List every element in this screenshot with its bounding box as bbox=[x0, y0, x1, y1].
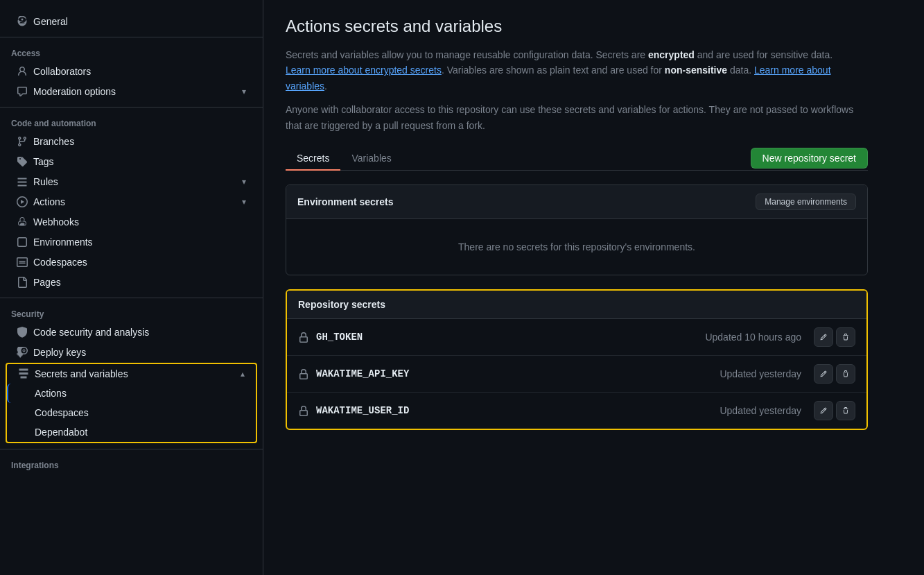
sidebar-item-code-security-label: Code security and analysis bbox=[33, 327, 246, 338]
secret-row-wakatime-user-id: WAKATIME_USER_ID Updated yesterday bbox=[287, 393, 866, 429]
sidebar-subitem-dependabot-label: Dependabot bbox=[35, 427, 245, 438]
sidebar-item-rules[interactable]: Rules ▾ bbox=[6, 172, 257, 191]
new-repository-secret-button[interactable]: New repository secret bbox=[751, 148, 868, 169]
env-secrets-empty: There are no secrets for this repository… bbox=[286, 219, 867, 275]
sidebar-item-webhooks[interactable]: Webhooks bbox=[6, 212, 257, 232]
main-content: Actions secrets and variables Secrets an… bbox=[263, 0, 924, 575]
secret-updated-wakatime-user-id: Updated yesterday bbox=[720, 405, 801, 416]
sidebar-item-tags-label: Tags bbox=[33, 156, 246, 167]
secret-actions-wakatime-user-id bbox=[814, 401, 855, 420]
sidebar-section-code-automation: Code and automation bbox=[0, 113, 263, 131]
repository-secrets-section: Repository secrets GH_TOKEN Updated 10 h… bbox=[286, 289, 868, 430]
tag-icon bbox=[17, 156, 28, 167]
sidebar-item-deploy-keys-label: Deploy keys bbox=[33, 347, 246, 358]
environments-icon bbox=[17, 237, 28, 248]
sidebar-item-branches-label: Branches bbox=[33, 136, 246, 147]
secret-actions-gh-token bbox=[814, 327, 855, 347]
secret-name-gh-token: GH_TOKEN bbox=[316, 332, 698, 343]
chevron-up-icon: ▴ bbox=[241, 369, 245, 379]
lock-icon-wakatime-api-key bbox=[298, 368, 309, 379]
secret-actions-wakatime-api-key bbox=[814, 364, 855, 384]
key-icon bbox=[17, 347, 28, 358]
delete-gh-token-button[interactable] bbox=[836, 327, 855, 347]
sidebar-item-branches[interactable]: Branches bbox=[6, 132, 257, 151]
comment-icon bbox=[17, 86, 28, 97]
edit-wakatime-api-key-button[interactable] bbox=[814, 364, 833, 384]
tabs-list: Secrets Variables bbox=[286, 147, 403, 170]
secret-row-wakatime-api-key: WAKATIME_API_KEY Updated yesterday bbox=[287, 356, 866, 393]
learn-more-secrets-link[interactable]: Learn more about encrypted secrets bbox=[286, 65, 442, 76]
description-paragraph-2: Anyone with collaborator access to this … bbox=[286, 102, 854, 133]
sidebar-item-actions-label: Actions bbox=[33, 196, 236, 207]
delete-wakatime-user-id-button[interactable] bbox=[836, 401, 855, 420]
sidebar-subitem-codespaces-label: Codespaces bbox=[35, 407, 245, 418]
env-secrets-title: Environment secrets bbox=[297, 196, 394, 207]
sidebar-item-collaborators-label: Collaborators bbox=[33, 66, 246, 77]
sidebar-item-tags[interactable]: Tags bbox=[6, 152, 257, 171]
webhook-icon bbox=[17, 216, 28, 228]
sidebar-item-secrets-vars-label: Secrets and variables bbox=[35, 368, 235, 379]
sidebar-section-integrations: Integrations bbox=[0, 455, 263, 473]
rules-icon bbox=[17, 176, 28, 187]
sidebar-item-rules-label: Rules bbox=[33, 176, 236, 187]
actions-icon bbox=[17, 196, 28, 207]
secret-name-wakatime-user-id: WAKATIME_USER_ID bbox=[316, 405, 713, 416]
repo-secrets-header: Repository secrets bbox=[287, 291, 866, 319]
sidebar-item-deploy-keys[interactable]: Deploy keys bbox=[6, 343, 257, 362]
secret-row-gh-token: GH_TOKEN Updated 10 hours ago bbox=[287, 319, 866, 356]
sidebar-section-access: Access bbox=[0, 43, 263, 61]
environment-secrets-header: Environment secrets Manage environments bbox=[286, 185, 867, 219]
sidebar-item-pages[interactable]: Pages bbox=[6, 273, 257, 292]
sidebar-subitem-actions-label: Actions bbox=[35, 388, 245, 399]
chevron-down-icon: ▾ bbox=[242, 87, 246, 96]
repo-secrets-title: Repository secrets bbox=[298, 299, 385, 310]
chevron-down-icon-rules: ▾ bbox=[242, 177, 246, 187]
sidebar: General Access Collaborators Moderation … bbox=[0, 0, 263, 575]
tabs-row: Secrets Variables New repository secret bbox=[286, 147, 868, 171]
sidebar-item-environments[interactable]: Environments bbox=[6, 232, 257, 252]
sidebar-section-security: Security bbox=[0, 304, 263, 322]
sidebar-item-general-label: General bbox=[33, 16, 246, 27]
sidebar-item-secrets-vars[interactable]: Secrets and variables ▴ bbox=[7, 364, 256, 384]
tab-secrets[interactable]: Secrets bbox=[286, 147, 340, 171]
person-icon bbox=[17, 66, 28, 77]
sidebar-item-general[interactable]: General bbox=[6, 12, 257, 31]
sidebar-item-codespaces[interactable]: Codespaces bbox=[6, 252, 257, 272]
sidebar-item-code-security[interactable]: Code security and analysis bbox=[6, 323, 257, 342]
sidebar-item-webhooks-label: Webhooks bbox=[33, 216, 246, 228]
page-title: Actions secrets and variables bbox=[286, 17, 902, 36]
tab-variables[interactable]: Variables bbox=[340, 147, 402, 171]
shield-icon bbox=[17, 327, 28, 338]
environment-secrets-section: Environment secrets Manage environments … bbox=[286, 184, 868, 275]
lock-icon-gh-token bbox=[298, 331, 309, 343]
sidebar-item-collaborators[interactable]: Collaborators bbox=[6, 62, 257, 81]
sidebar-item-pages-label: Pages bbox=[33, 277, 246, 288]
sidebar-item-environments-label: Environments bbox=[33, 237, 246, 248]
sidebar-item-dependabot-sub[interactable]: Dependabot bbox=[7, 422, 256, 442]
pages-icon bbox=[17, 277, 28, 288]
sidebar-item-actions-sub[interactable]: Actions bbox=[7, 384, 256, 403]
edit-gh-token-button[interactable] bbox=[814, 327, 833, 347]
sidebar-item-moderation-label: Moderation options bbox=[33, 86, 236, 97]
secret-name-wakatime-api-key: WAKATIME_API_KEY bbox=[316, 368, 713, 379]
delete-wakatime-api-key-button[interactable] bbox=[836, 364, 855, 384]
secret-icon bbox=[18, 368, 29, 379]
codespaces-icon bbox=[17, 257, 28, 268]
secret-updated-gh-token: Updated 10 hours ago bbox=[705, 332, 801, 343]
lock-icon-wakatime-user-id bbox=[298, 404, 309, 416]
branch-icon bbox=[17, 136, 28, 147]
manage-environments-button[interactable]: Manage environments bbox=[756, 194, 856, 210]
sidebar-item-codespaces-label: Codespaces bbox=[33, 257, 246, 268]
chevron-down-icon-actions: ▾ bbox=[242, 197, 246, 207]
gear-icon bbox=[17, 16, 28, 27]
sidebar-item-codespaces-sub[interactable]: Codespaces bbox=[7, 403, 256, 422]
edit-wakatime-user-id-button[interactable] bbox=[814, 401, 833, 420]
sidebar-item-moderation[interactable]: Moderation options ▾ bbox=[6, 82, 257, 101]
sidebar-item-actions[interactable]: Actions ▾ bbox=[6, 192, 257, 212]
description-paragraph-1: Secrets and variables allow you to manag… bbox=[286, 47, 854, 94]
secret-updated-wakatime-api-key: Updated yesterday bbox=[720, 368, 801, 379]
